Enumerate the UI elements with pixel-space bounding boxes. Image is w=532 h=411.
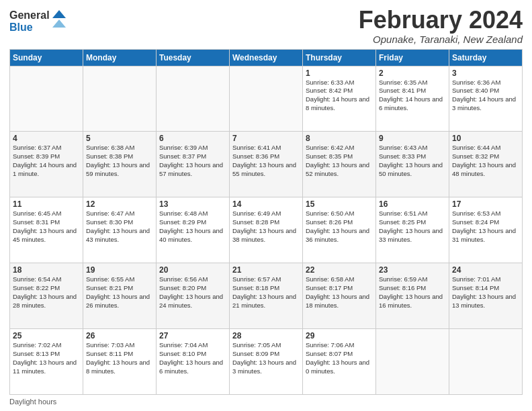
table-row (230, 66, 303, 132)
table-row (83, 66, 157, 132)
table-row: 1Sunrise: 6:33 AM Sunset: 8:42 PM Daylig… (303, 66, 376, 132)
date-number: 21 (232, 265, 300, 275)
table-row: 2Sunrise: 6:35 AM Sunset: 8:41 PM Daylig… (376, 66, 449, 132)
date-number: 9 (379, 134, 446, 143)
date-number: 15 (306, 199, 373, 209)
week-row-1: 1Sunrise: 6:33 AM Sunset: 8:42 PM Daylig… (10, 66, 523, 132)
table-row: 15Sunrise: 6:50 AM Sunset: 8:26 PM Dayli… (303, 197, 376, 263)
cell-info: Sunrise: 6:50 AM Sunset: 8:26 PM Dayligh… (306, 210, 373, 244)
col-friday: Friday (376, 49, 449, 66)
date-number: 1 (306, 68, 373, 78)
date-number: 6 (159, 134, 226, 143)
table-row: 11Sunrise: 6:45 AM Sunset: 8:31 PM Dayli… (10, 197, 83, 263)
date-number: 26 (86, 331, 153, 340)
logo: General Blue (9, 9, 66, 33)
week-row-2: 4Sunrise: 6:37 AM Sunset: 8:39 PM Daylig… (10, 132, 523, 197)
date-number: 18 (13, 265, 80, 275)
table-row: 17Sunrise: 6:53 AM Sunset: 8:24 PM Dayli… (449, 197, 523, 263)
table-row: 16Sunrise: 6:51 AM Sunset: 8:25 PM Dayli… (376, 197, 449, 263)
date-number: 8 (306, 134, 373, 143)
cell-info: Sunrise: 6:33 AM Sunset: 8:42 PM Dayligh… (306, 79, 373, 113)
cell-info: Sunrise: 6:49 AM Sunset: 8:28 PM Dayligh… (232, 210, 300, 244)
cell-info: Sunrise: 7:01 AM Sunset: 8:14 PM Dayligh… (452, 275, 519, 310)
cell-info: Sunrise: 6:41 AM Sunset: 8:36 PM Dayligh… (232, 144, 300, 178)
table-row: 9Sunrise: 6:43 AM Sunset: 8:33 PM Daylig… (376, 132, 449, 197)
table-row: 4Sunrise: 6:37 AM Sunset: 8:39 PM Daylig… (10, 132, 83, 197)
table-row: 25Sunrise: 7:02 AM Sunset: 8:13 PM Dayli… (10, 329, 83, 395)
svg-marker-0 (52, 10, 66, 18)
col-saturday: Saturday (449, 49, 523, 66)
table-row (376, 329, 449, 395)
table-row: 20Sunrise: 6:56 AM Sunset: 8:20 PM Dayli… (157, 263, 230, 329)
table-row (449, 329, 523, 395)
cell-info: Sunrise: 6:53 AM Sunset: 8:24 PM Dayligh… (452, 210, 519, 244)
calendar-table: Sunday Monday Tuesday Wednesday Thursday… (9, 49, 523, 395)
cell-info: Sunrise: 6:42 AM Sunset: 8:35 PM Dayligh… (306, 144, 373, 178)
cell-info: Sunrise: 6:37 AM Sunset: 8:39 PM Dayligh… (13, 144, 80, 178)
table-row: 12Sunrise: 6:47 AM Sunset: 8:30 PM Dayli… (83, 197, 157, 263)
cell-info: Sunrise: 6:55 AM Sunset: 8:21 PM Dayligh… (86, 275, 153, 310)
date-number: 2 (379, 68, 446, 78)
week-row-3: 11Sunrise: 6:45 AM Sunset: 8:31 PM Dayli… (10, 197, 523, 263)
date-number: 4 (13, 134, 80, 143)
date-number: 20 (159, 265, 226, 275)
col-wednesday: Wednesday (230, 49, 303, 66)
page: General Blue February 2024 Opunake, Tara… (0, 0, 532, 411)
table-row: 28Sunrise: 7:05 AM Sunset: 8:09 PM Dayli… (230, 329, 303, 395)
table-row: 19Sunrise: 6:55 AM Sunset: 8:21 PM Dayli… (83, 263, 157, 329)
cell-info: Sunrise: 7:04 AM Sunset: 8:10 PM Dayligh… (159, 341, 226, 375)
col-tuesday: Tuesday (157, 49, 230, 66)
table-row: 7Sunrise: 6:41 AM Sunset: 8:36 PM Daylig… (230, 132, 303, 197)
calendar-header-row: Sunday Monday Tuesday Wednesday Thursday… (10, 49, 523, 66)
cell-info: Sunrise: 7:03 AM Sunset: 8:11 PM Dayligh… (86, 341, 153, 375)
date-number: 13 (159, 199, 226, 209)
table-row: 13Sunrise: 6:48 AM Sunset: 8:29 PM Dayli… (157, 197, 230, 263)
cell-info: Sunrise: 6:45 AM Sunset: 8:31 PM Dayligh… (13, 210, 80, 244)
daylight-hours-label: Daylight hours (9, 398, 56, 406)
col-monday: Monday (83, 49, 157, 66)
cell-info: Sunrise: 7:06 AM Sunset: 8:07 PM Dayligh… (306, 341, 373, 375)
cell-info: Sunrise: 6:35 AM Sunset: 8:41 PM Dayligh… (379, 79, 446, 113)
col-thursday: Thursday (303, 49, 376, 66)
table-row: 5Sunrise: 6:38 AM Sunset: 8:38 PM Daylig… (83, 132, 157, 197)
logo-area: General Blue (9, 7, 66, 33)
cell-info: Sunrise: 6:43 AM Sunset: 8:33 PM Dayligh… (379, 144, 446, 178)
cell-info: Sunrise: 6:38 AM Sunset: 8:38 PM Dayligh… (86, 144, 153, 178)
table-row: 14Sunrise: 6:49 AM Sunset: 8:28 PM Dayli… (230, 197, 303, 263)
date-number: 7 (232, 134, 300, 143)
date-number: 3 (452, 68, 519, 78)
date-number: 23 (379, 265, 446, 275)
date-number: 19 (86, 265, 153, 275)
date-number: 25 (13, 331, 80, 340)
cell-info: Sunrise: 6:48 AM Sunset: 8:29 PM Dayligh… (159, 210, 226, 244)
cell-info: Sunrise: 6:39 AM Sunset: 8:37 PM Dayligh… (159, 144, 226, 178)
cell-info: Sunrise: 7:02 AM Sunset: 8:13 PM Dayligh… (13, 341, 80, 375)
date-number: 22 (306, 265, 373, 275)
table-row: 8Sunrise: 6:42 AM Sunset: 8:35 PM Daylig… (303, 132, 376, 197)
table-row: 27Sunrise: 7:04 AM Sunset: 8:10 PM Dayli… (157, 329, 230, 395)
table-row: 26Sunrise: 7:03 AM Sunset: 8:11 PM Dayli… (83, 329, 157, 395)
table-row (157, 66, 230, 132)
main-title: February 2024 (359, 7, 523, 34)
week-row-5: 25Sunrise: 7:02 AM Sunset: 8:13 PM Dayli… (10, 329, 523, 395)
cell-info: Sunrise: 6:58 AM Sunset: 8:17 PM Dayligh… (306, 275, 373, 310)
date-number: 5 (86, 134, 153, 143)
table-row (10, 66, 83, 132)
date-number: 27 (159, 331, 226, 340)
cell-info: Sunrise: 6:54 AM Sunset: 8:22 PM Dayligh… (13, 275, 80, 310)
date-number: 11 (13, 199, 80, 209)
title-area: February 2024 Opunake, Taranaki, New Zea… (359, 7, 523, 45)
table-row: 22Sunrise: 6:58 AM Sunset: 8:17 PM Dayli… (303, 263, 376, 329)
header: General Blue February 2024 Opunake, Tara… (9, 7, 523, 45)
table-row: 18Sunrise: 6:54 AM Sunset: 8:22 PM Dayli… (10, 263, 83, 329)
date-number: 12 (86, 199, 153, 209)
date-number: 29 (306, 331, 373, 340)
table-row: 6Sunrise: 6:39 AM Sunset: 8:37 PM Daylig… (157, 132, 230, 197)
date-number: 10 (452, 134, 519, 143)
table-row: 23Sunrise: 6:59 AM Sunset: 8:16 PM Dayli… (376, 263, 449, 329)
col-sunday: Sunday (10, 49, 83, 66)
cell-info: Sunrise: 6:51 AM Sunset: 8:25 PM Dayligh… (379, 210, 446, 244)
table-row: 21Sunrise: 6:57 AM Sunset: 8:18 PM Dayli… (230, 263, 303, 329)
date-number: 24 (452, 265, 519, 275)
date-number: 28 (232, 331, 300, 340)
